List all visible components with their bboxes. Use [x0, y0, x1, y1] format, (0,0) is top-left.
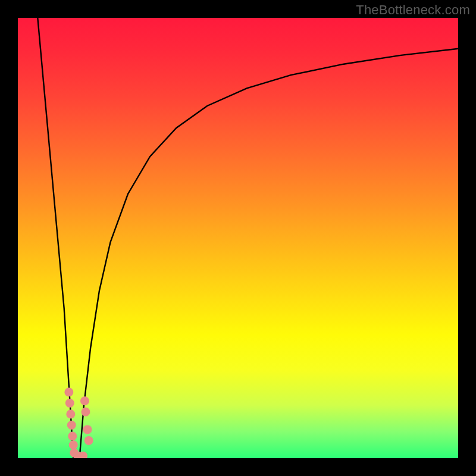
marker-dot — [80, 396, 89, 405]
marker-dot — [65, 399, 74, 408]
marker-dot — [81, 408, 90, 416]
chart-frame: TheBottleneck.com — [0, 0, 476, 476]
marker-cluster — [64, 388, 93, 459]
marker-dot — [69, 440, 78, 449]
marker-dot — [84, 436, 93, 445]
marker-dot — [67, 421, 76, 430]
marker-dot — [66, 410, 75, 419]
plot-area — [18, 18, 458, 458]
watermark-text: TheBottleneck.com — [356, 2, 470, 18]
marker-dot — [64, 388, 73, 397]
marker-dot — [83, 425, 92, 434]
marker-dot — [68, 432, 77, 441]
right-branch-curve — [80, 49, 458, 458]
chart-svg — [18, 18, 458, 458]
